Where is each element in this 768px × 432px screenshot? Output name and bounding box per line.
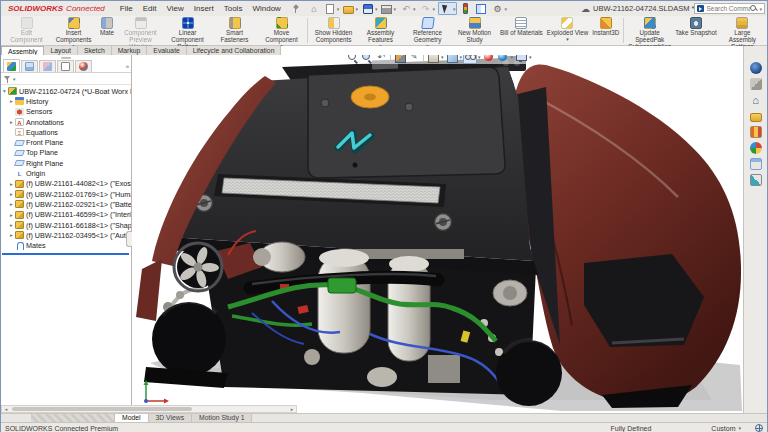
section-view-icon[interactable] [394,55,406,63]
tab-scroll-buttons[interactable] [31,414,115,422]
menu-edit[interactable]: Edit [138,4,162,13]
file-explorer-button[interactable] [747,108,765,124]
chevron-down-icon[interactable] [355,6,358,12]
chevron-down-icon[interactable] [511,55,514,60]
view-palette-button[interactable] [747,156,765,172]
tab-dimxpertmanager[interactable] [57,60,74,72]
tab-configurationmanager[interactable] [39,60,56,72]
chevron-down-icon[interactable] [529,55,532,60]
menu-view[interactable]: View [162,4,189,13]
tab-displaymanager[interactable] [75,60,92,72]
chevron-down-icon[interactable] [478,55,481,60]
window-layout-button[interactable] [474,2,488,15]
view-orientation-icon[interactable] [427,55,439,63]
chevron-down-icon[interactable] [738,425,741,431]
tree-item-annotations[interactable]: Annotations [1,117,131,127]
tab-motion-study-1[interactable]: Motion Study 1 [192,414,252,422]
tab-assembly[interactable]: Assembly [1,46,44,55]
redo-button[interactable] [418,2,436,15]
tree-item-mates[interactable]: Mates [1,240,131,250]
chevron-down-icon[interactable] [453,6,456,12]
custom-properties-button[interactable] [747,172,765,188]
tree-root-assembly[interactable]: UBW-21162-04724 (*U-Boat Worx NEMO [1,86,131,96]
ribbon-button-exploded-view[interactable]: Exploded View [545,16,591,45]
open-button[interactable] [342,2,359,15]
save-button[interactable] [361,2,379,15]
edit-appearance-icon[interactable] [483,55,495,63]
tree-item-component[interactable]: (f) UBW-21162-02921<1> ("Battery S [1,199,131,209]
expander-icon[interactable] [8,98,15,104]
hide-show-items-icon[interactable] [464,55,476,63]
tree-item-origin[interactable]: Origin [1,168,131,178]
previous-view-icon[interactable] [375,55,387,63]
expander-icon[interactable] [8,191,15,197]
ribbon-button-move-component[interactable]: Move Component [258,16,305,45]
tab-lifecycle-and-collaboration[interactable]: Lifecycle and Collaboration [187,46,282,55]
units-dropdown[interactable]: Custom [711,425,741,432]
chevron-down-icon[interactable] [759,6,762,12]
chevron-down-icon[interactable] [441,55,444,60]
tab-layout[interactable]: Layout [44,46,77,55]
expander-icon[interactable] [8,212,15,218]
expander-icon[interactable] [8,119,15,125]
tree-filter[interactable] [1,73,131,85]
apply-scene-icon[interactable] [497,55,509,63]
panel-tabs-overflow-icon[interactable] [126,60,129,72]
zoom-to-area-icon[interactable] [361,55,373,63]
chevron-down-icon[interactable] [504,6,507,12]
ribbon-button-insert-components[interactable]: Insert Components [50,16,97,45]
ribbon-button-reference-geometry[interactable]: Reference Geometry [404,16,451,45]
scrollbar-thumb[interactable] [12,407,192,411]
undo-button[interactable] [399,2,417,15]
ribbon-button-show-hidden[interactable]: Show Hidden Components [310,16,357,45]
tree-item-sensors[interactable]: Sensors [1,107,131,117]
rollback-bar[interactable] [2,253,129,255]
tab-featuremanager-tree[interactable] [3,59,20,72]
ribbon-button-edit-component[interactable]: Edit Component [3,16,50,45]
resources-button[interactable] [747,76,765,92]
expander-icon[interactable] [8,181,15,187]
scroll-left-arrow-icon[interactable] [2,406,10,412]
tab-markup[interactable]: Markup [112,46,148,55]
tree-item-right-plane[interactable]: Right Plane [1,158,131,168]
menu-insert[interactable]: Insert [189,4,219,13]
search-commands-box[interactable] [694,3,765,14]
tab-sketch[interactable]: Sketch [78,46,112,55]
3d-model-render[interactable] [132,55,743,413]
menu-tools[interactable]: Tools [219,4,248,13]
tree-item-component[interactable]: (f) UBW-21162-01769<1> ("Human I [1,189,131,199]
expander-icon[interactable] [8,201,15,207]
chevron-down-icon[interactable] [460,55,463,60]
tree-item-component[interactable]: (f) UBW-21161-46599<1> ("Interior" [1,210,131,220]
chevron-down-icon[interactable] [566,37,569,41]
ribbon-button-assembly-features[interactable]: Assembly Features [357,16,404,45]
print-button[interactable] [380,2,397,15]
ribbon-button-large-assembly-settings[interactable]: Large Assembly Settings [719,16,766,45]
tree-item-component[interactable]: (f) UBW-21161-44082<1> ("Exostruc [1,179,131,189]
chevron-down-icon[interactable] [13,76,16,82]
menu-file[interactable]: File [115,4,138,13]
zoom-to-fit-icon[interactable] [347,55,359,63]
tree-item-component[interactable]: (f) UBW-21162-03495<1> ("Auto Co [1,230,131,240]
tree-item-front-plane[interactable]: Front Plane [1,137,131,147]
home-tab-button[interactable] [747,92,765,108]
tab-3d-views[interactable]: 3D Views [149,414,193,422]
display-style-icon[interactable] [446,55,458,63]
expander-icon[interactable] [8,232,15,238]
appearances-button[interactable] [747,140,765,156]
home-button[interactable] [307,2,321,15]
tab-evaluate[interactable]: Evaluate [147,46,186,55]
new-document-button[interactable] [323,2,341,15]
3dexperience-button[interactable] [747,60,765,76]
panel-flyout-handle[interactable] [126,231,132,247]
expander-icon[interactable] [1,88,8,94]
tree-item-top-plane[interactable]: Top Plane [1,148,131,158]
tab-model[interactable]: Model [115,414,149,422]
ribbon-button-take-snapshot[interactable]: Take Snapshot [673,16,719,45]
search-input[interactable] [706,5,750,12]
design-library-button[interactable] [747,124,765,140]
ribbon-button-component-preview[interactable]: Component Preview Window [117,16,164,45]
ribbon-button-instant3d[interactable]: Instant3D [590,16,621,45]
scroll-right-arrow-icon[interactable] [288,406,296,412]
ribbon-button-update-speedpak[interactable]: Update SpeedPak Subassemblies [626,16,673,45]
